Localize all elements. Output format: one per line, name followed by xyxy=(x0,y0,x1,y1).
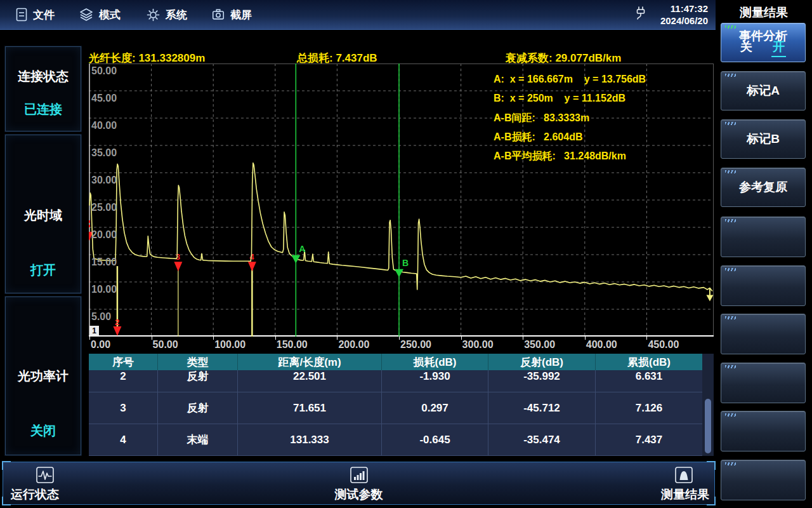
button-label: 标记A xyxy=(721,83,805,99)
event-analysis-toggle-button[interactable]: 事件分析 关 开 xyxy=(721,23,806,62)
x-axis-tick xyxy=(337,337,337,340)
svg-text:4: 4 xyxy=(249,252,254,262)
svg-text:A: A xyxy=(299,244,305,254)
x-axis-tick xyxy=(646,337,647,340)
tab-label: 测量结果 xyxy=(661,486,709,503)
panel-label: 光功率计 xyxy=(6,368,81,385)
camera-icon xyxy=(211,8,225,22)
button-corner-marks xyxy=(725,74,736,77)
table-cell: 反射 xyxy=(158,370,238,392)
reference-restore-button[interactable]: 参考复原 xyxy=(721,168,806,207)
column-header: 累损(dB) xyxy=(596,354,702,370)
sidebar-button-empty[interactable] xyxy=(721,265,806,306)
toggle-on-option[interactable]: 开 xyxy=(771,39,786,57)
sidebar-button-empty[interactable] xyxy=(721,460,806,500)
events-table: 序号 类型 距离/长度(m) 损耗(dB) 反射(dB) 累损(dB) 2反射2… xyxy=(89,354,714,456)
table-row[interactable]: 4末端131.333-0.645-35.4747.437 xyxy=(89,424,702,456)
table-scrollbar-thumb[interactable] xyxy=(705,399,711,453)
events-table-header: 序号 类型 距离/长度(m) 损耗(dB) 反射(dB) 累损(dB) xyxy=(89,354,702,370)
otdr-app: 文件 模式 系统 xyxy=(0,0,812,508)
button-corner-marks xyxy=(725,122,736,125)
x-axis-tick-label: 200.00 xyxy=(338,339,369,351)
bar-chart-icon xyxy=(349,466,369,485)
power-meter-panel[interactable]: 光功率计 关闭 xyxy=(5,297,81,455)
x-axis-tick xyxy=(89,337,90,340)
trace-plot: 234AB xyxy=(89,64,714,337)
menu-item-label: 截屏 xyxy=(230,8,252,22)
x-axis-tick xyxy=(399,337,400,340)
menu-item-system[interactable]: 系统 xyxy=(146,8,187,22)
tab-measurement-results[interactable]: 测量结果 xyxy=(661,466,709,503)
y-axis-tick-label: 50.00 xyxy=(91,65,117,77)
menu-item-screenshot[interactable]: 截屏 xyxy=(211,8,252,22)
x-axis-tick-label: 100.00 xyxy=(214,339,246,351)
clock: 11:47:32 2024/06/20 xyxy=(660,3,708,27)
table-cell: 末端 xyxy=(158,424,238,455)
button-corner-marks xyxy=(725,219,736,222)
menu-item-label: 系统 xyxy=(166,8,187,22)
x-axis-tick xyxy=(275,337,276,340)
panel-value: 已连接 xyxy=(6,101,81,118)
x-axis-tick-label: 350.00 xyxy=(524,339,555,351)
sidebar-button-empty[interactable] xyxy=(721,363,806,403)
tab-label: 测试参数 xyxy=(335,486,383,503)
panel-value: 关闭 xyxy=(6,422,81,439)
y-axis-tick-label: 40.00 xyxy=(91,120,117,131)
x-axis-tick-label: 150.00 xyxy=(277,339,308,351)
tab-test-parameters[interactable]: 测试参数 xyxy=(335,466,383,503)
button-corner-marks xyxy=(725,316,736,319)
table-scrollbar-track[interactable] xyxy=(702,354,714,456)
x-axis-tick xyxy=(523,337,523,340)
connection-status-panel[interactable]: 连接状态 已连接 xyxy=(5,46,81,131)
histogram-icon xyxy=(674,466,694,485)
sidebar-button-empty[interactable] xyxy=(721,411,806,451)
tab-label: 运行状态 xyxy=(11,486,59,503)
table-cell: 7.126 xyxy=(596,392,702,424)
cursor-b-readout: B: x = 250m y = 11.152dB xyxy=(494,93,625,104)
otdr-trace-chart[interactable]: 234AB A: x = 166.667m y = 13.756dB B: x … xyxy=(89,64,714,337)
table-row[interactable]: 3反射71.6510.297-45.7127.126 xyxy=(89,392,702,424)
date-value: 2024/06/20 xyxy=(660,15,708,27)
marker-b-button[interactable]: 标记B xyxy=(721,119,806,159)
panel-label: 光时域 xyxy=(6,207,81,224)
toggle-off-option[interactable]: 关 xyxy=(740,39,752,57)
menu-item-mode[interactable]: 模式 xyxy=(79,7,121,22)
table-cell: 7.437 xyxy=(596,424,702,455)
column-header: 类型 xyxy=(158,354,238,370)
table-cell: -35.992 xyxy=(488,370,596,392)
table-cell: -45.712 xyxy=(488,392,596,424)
marker-a-button[interactable]: 标记A xyxy=(721,71,806,110)
table-cell: -0.645 xyxy=(382,424,488,455)
table-cell: 2 xyxy=(89,370,158,392)
button-corner-marks xyxy=(725,462,736,465)
y-axis-tick-label: 30.00 xyxy=(91,175,117,186)
menu-item-label: 文件 xyxy=(33,8,55,22)
x-axis-tick xyxy=(152,337,152,340)
tab-running-status[interactable]: 运行状态 xyxy=(11,466,59,503)
otdr-module-panel[interactable]: 光时域 打开 xyxy=(5,135,81,293)
x-axis-tick-label: 400.00 xyxy=(586,339,617,351)
file-icon xyxy=(15,8,28,22)
sidebar-button-empty[interactable] xyxy=(721,217,806,257)
ab-average-loss-readout: A-B平均损耗: 31.248dB/km xyxy=(494,150,626,163)
panel-value: 打开 xyxy=(6,262,81,279)
table-cell: 反射 xyxy=(158,392,238,424)
button-corner-marks xyxy=(725,365,736,368)
svg-text:3: 3 xyxy=(176,252,180,262)
table-row[interactable]: 2反射22.501-1.930-35.9926.631 xyxy=(89,370,702,392)
top-menu-bar: 文件 模式 系统 xyxy=(0,0,716,30)
y-axis-tick-label: 10.00 xyxy=(91,284,117,295)
x-axis-tick xyxy=(213,337,214,340)
menu-item-file[interactable]: 文件 xyxy=(15,8,55,22)
x-axis-tick xyxy=(585,337,586,340)
table-cell: 131.333 xyxy=(238,424,382,455)
x-axis-tick-label: 50.00 xyxy=(153,339,178,351)
table-cell: 0.297 xyxy=(382,392,488,424)
right-sidebar: 测量结果 事件分析 关 开 标记A 标记B 参考复原 xyxy=(716,0,812,508)
cursor-a-readout: A: x = 166.667m y = 13.756dB xyxy=(494,74,646,85)
table-cell: 22.501 xyxy=(238,370,382,392)
y-axis-tick-label: 35.00 xyxy=(91,147,117,159)
x-axis-tick-label: 250.00 xyxy=(400,339,431,351)
x-axis-tick xyxy=(461,337,462,340)
sidebar-button-empty[interactable] xyxy=(721,314,806,354)
